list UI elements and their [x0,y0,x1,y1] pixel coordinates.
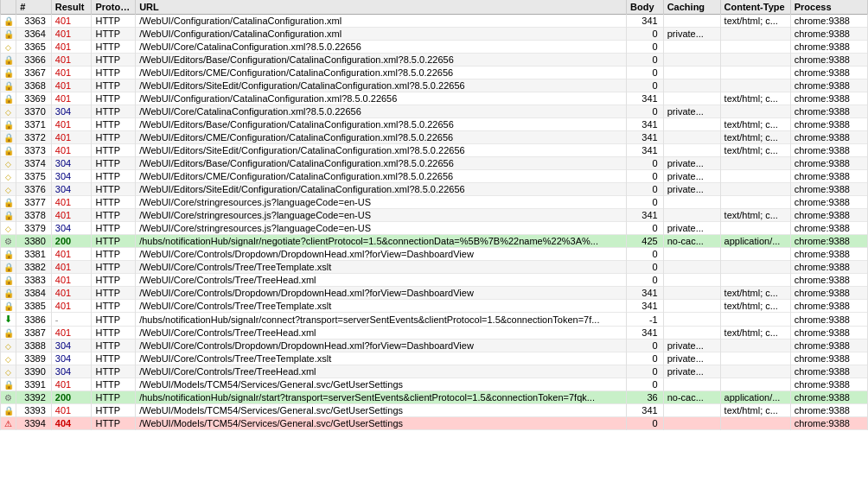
row-url: /WebUI/Core/CatalinaConfiguration.xml?8.… [136,105,627,118]
row-result: 401 [51,54,92,67]
row-caching: private... [663,105,720,118]
table-row[interactable]: ⚠ 3394 404 HTTP /WebUI/Models/TCM54/Serv… [1,417,868,430]
table-row[interactable]: 🔒 3364 401 HTTP /WebUI/Configuration/Cat… [1,28,868,41]
row-caching: private... [663,157,720,170]
gear-icon: ⚙ [4,237,12,246]
row-contenttype [720,41,790,54]
diamond-icon: ◇ [5,43,11,52]
table-row[interactable]: ◇ 3389 304 HTTP /WebUI/Core/Controls/Tre… [1,352,868,365]
table-row[interactable]: ⬇ 3386 - HTTP /hubs/notificationHub/sign… [1,313,868,327]
table-row[interactable]: ⚙ 3380 200 HTTP /hubs/notificationHub/si… [1,235,868,248]
table-row[interactable]: 🔒 3372 401 HTTP /WebUI/Editors/CME/Confi… [1,131,868,144]
row-icon-cell: 🔒 [1,67,16,79]
row-process: chrome:9388 [790,287,867,300]
lock-icon: 🔒 [3,94,14,104]
row-result: 401 [51,378,92,391]
row-url: /WebUI/Core/Controls/Tree/TreeTemplate.x… [136,261,627,274]
row-icon-cell: 🔒 [1,248,16,261]
table-row[interactable]: ◇ 3379 304 HTTP /WebUI/Core/stringresour… [1,222,868,235]
row-num: 3383 [16,274,52,287]
table-row[interactable]: 🔒 3382 401 HTTP /WebUI/Core/Controls/Tre… [1,261,868,274]
table-row[interactable]: 🔒 3377 401 HTTP /WebUI/Core/stringresour… [1,196,868,209]
row-contenttype [720,274,790,287]
row-url: /WebUI/Editors/SiteEdit/Configuration/Ca… [136,183,627,196]
table-row[interactable]: ◇ 3375 304 HTTP /WebUI/Editors/CME/Confi… [1,170,868,183]
table-row[interactable]: ◇ 3365 401 HTTP /WebUI/Core/CatalinaConf… [1,41,868,54]
row-contenttype [720,105,790,118]
table-row[interactable]: 🔒 3363 401 HTTP /WebUI/Configuration/Cat… [1,15,868,28]
table-row[interactable]: 🔒 3385 401 HTTP /WebUI/Core/Controls/Tre… [1,300,868,313]
lock-icon: 🔒 [3,380,14,390]
header-caching[interactable]: Caching [663,0,720,15]
table-row[interactable]: ◇ 3376 304 HTTP /WebUI/Editors/SiteEdit/… [1,183,868,196]
header-body[interactable]: Body [627,0,664,15]
row-contenttype [720,222,790,235]
header-protocol[interactable]: Protocol [92,0,136,15]
table-row[interactable]: 🔒 3371 401 HTTP /WebUI/Editors/Base/Conf… [1,118,868,131]
table-row[interactable]: 🔒 3367 401 HTTP /WebUI/Editors/CME/Confi… [1,67,868,79]
row-result: 401 [51,327,92,340]
row-body: 0 [627,183,664,196]
row-url: /WebUI/Models/TCM54/Services/General.svc… [136,404,627,417]
row-caching [663,327,720,340]
header-result[interactable]: Result [51,0,92,15]
row-process: chrome:9388 [790,404,867,417]
row-num: 3380 [16,235,52,248]
row-body: -1 [627,313,664,327]
row-result: 401 [51,144,92,157]
row-process: chrome:9388 [790,196,867,209]
row-process: chrome:9388 [790,170,867,183]
table-row[interactable]: ◇ 3390 304 HTTP /WebUI/Core/Controls/Tre… [1,365,868,378]
row-result: 304 [51,170,92,183]
table-row[interactable]: 🔒 3384 401 HTTP /WebUI/Core/Controls/Dro… [1,287,868,300]
row-url: /WebUI/Editors/CME/Configuration/Catalin… [136,67,627,79]
row-num: 3370 [16,105,52,118]
row-contenttype [720,261,790,274]
lock-icon: 🔒 [3,301,14,311]
row-body: 0 [627,248,664,261]
table-row[interactable]: 🔒 3393 401 HTTP /WebUI/Models/TCM54/Serv… [1,404,868,417]
row-caching: no-cac... [663,235,720,248]
header-num[interactable]: # [16,0,52,15]
table-row[interactable]: 🔒 3391 401 HTTP /WebUI/Models/TCM54/Serv… [1,378,868,391]
row-url: /WebUI/Configuration/CatalinaConfigurati… [136,28,627,41]
gear-icon: ⚙ [4,393,12,403]
row-process: chrome:9388 [790,300,867,313]
row-result: 304 [51,340,92,352]
row-contenttype [720,183,790,196]
row-protocol: HTTP [92,105,136,118]
table-row[interactable]: 🔒 3366 401 HTTP /WebUI/Editors/Base/Conf… [1,54,868,67]
row-contenttype [720,28,790,41]
row-contenttype: text/html; c... [720,209,790,222]
table-header: # Result Protocol URL Body Caching Conte… [1,0,868,15]
table-row[interactable]: ◇ 3370 304 HTTP /WebUI/Core/CatalinaConf… [1,105,868,118]
table-row[interactable]: 🔒 3378 401 HTTP /WebUI/Core/stringresour… [1,209,868,222]
table-row[interactable]: ◇ 3388 304 HTTP /WebUI/Core/Controls/Dro… [1,340,868,352]
table-row[interactable]: 🔒 3387 401 HTTP /WebUI/Core/Controls/Tre… [1,327,868,340]
row-body: 341 [627,131,664,144]
row-caching [663,79,720,92]
row-num: 3372 [16,131,52,144]
header-icon [1,0,16,15]
row-icon-cell: 🔒 [1,274,16,287]
header-contenttype[interactable]: Content-Type [720,0,790,15]
row-body: 0 [627,41,664,54]
row-body: 341 [627,287,664,300]
table-row[interactable]: 🔒 3368 401 HTTP /WebUI/Editors/SiteEdit/… [1,79,868,92]
row-caching: private... [663,365,720,378]
table-row[interactable]: 🔒 3369 401 HTTP /WebUI/Configuration/Cat… [1,92,868,105]
row-icon-cell: 🔒 [1,300,16,313]
header-process[interactable]: Process [790,0,867,15]
row-process: chrome:9388 [790,274,867,287]
table-row[interactable]: 🔒 3381 401 HTTP /WebUI/Core/Controls/Dro… [1,248,868,261]
table-row[interactable]: 🔒 3373 401 HTTP /WebUI/Editors/SiteEdit/… [1,144,868,157]
table-row[interactable]: ⚙ 3392 200 HTTP /hubs/notificationHub/si… [1,391,868,404]
row-result: 401 [51,300,92,313]
header-url[interactable]: URL [136,0,627,15]
row-num: 3369 [16,92,52,105]
table-row[interactable]: 🔒 3383 401 HTTP /WebUI/Core/Controls/Tre… [1,274,868,287]
row-body: 341 [627,15,664,28]
row-process: chrome:9388 [790,378,867,391]
table-row[interactable]: ◇ 3374 304 HTTP /WebUI/Editors/Base/Conf… [1,157,868,170]
lock-icon: 🔒 [3,211,14,220]
